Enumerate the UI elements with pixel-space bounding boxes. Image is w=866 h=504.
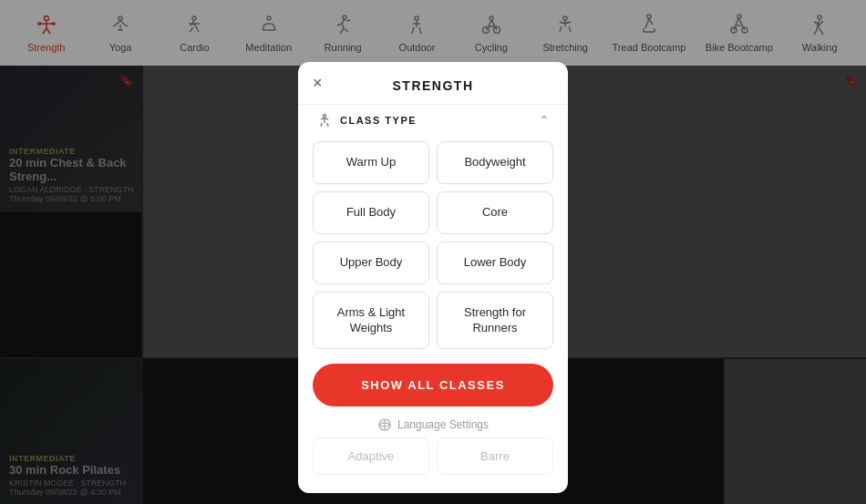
section-header-left: CLASS TYPE (316, 112, 417, 129)
show-all-classes-button[interactable]: SHOW ALL CLASSES (313, 364, 553, 406)
class-type-section-header: CLASS TYPE ⌃ (298, 104, 568, 138)
language-settings-icon (377, 417, 392, 432)
class-btn-full-body[interactable]: Full Body (313, 191, 429, 234)
class-btn-core[interactable]: Core (437, 191, 553, 234)
class-btn-bodyweight[interactable]: Bodyweight (437, 141, 553, 184)
class-btn-strength-runners[interactable]: Strength for Runners (437, 292, 553, 350)
class-btn-warm-up[interactable]: Warm Up (313, 141, 429, 184)
svg-point-29 (324, 115, 326, 118)
faded-btn-adaptive: Adaptive (313, 437, 429, 475)
class-btn-upper-body[interactable]: Upper Body (313, 242, 429, 284)
modal-title: STRENGTH (393, 78, 474, 93)
modal-close-button[interactable]: × (313, 75, 323, 91)
faded-btn-barre: Barre (437, 437, 553, 475)
class-type-label: CLASS TYPE (340, 115, 417, 126)
language-settings-label: Language Settings (397, 418, 489, 431)
strength-filter-modal: × STRENGTH CLASS TYPE ⌃ Warm Up Bodyweig… (298, 62, 568, 493)
modal-header: × STRENGTH (298, 62, 568, 104)
class-type-grid: Warm Up Bodyweight Full Body Core Upper … (298, 138, 568, 360)
language-settings-row[interactable]: Language Settings (298, 414, 568, 432)
section-chevron-icon[interactable]: ⌃ (539, 113, 550, 128)
class-type-icon (316, 112, 333, 129)
class-btn-lower-body[interactable]: Lower Body (437, 242, 553, 284)
faded-class-options: Adaptive Barre (298, 432, 568, 478)
class-btn-arms-light[interactable]: Arms & Light Weights (313, 292, 429, 350)
